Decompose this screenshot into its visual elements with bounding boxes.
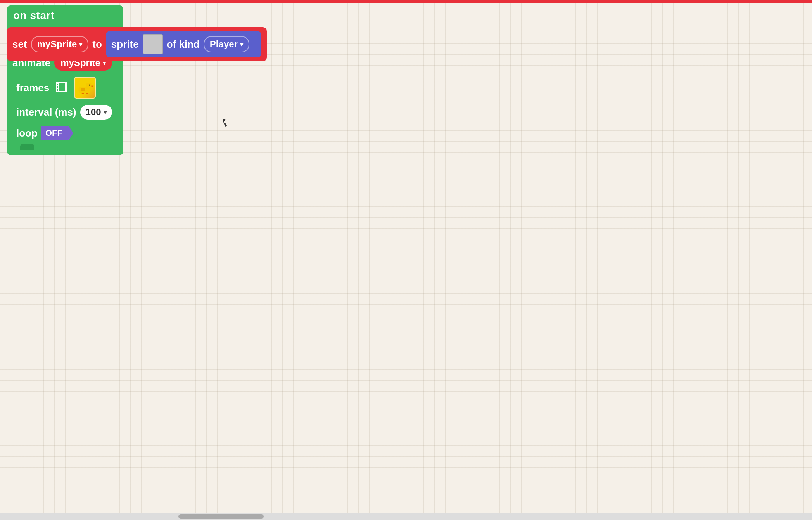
sprite-image-button[interactable] <box>143 34 163 54</box>
svg-rect-5 <box>79 88 81 91</box>
set-sprite-block: set mySprite ▾ to sprite of kind Player … <box>7 27 267 61</box>
svg-rect-7 <box>86 93 88 94</box>
on-start-block: on start set mySprite ▾ to sprite of kin… <box>7 5 123 155</box>
svg-rect-4 <box>81 88 85 91</box>
player-kind-dropdown[interactable]: Player ▾ <box>204 36 249 52</box>
loop-off-label: OFF <box>45 128 62 138</box>
set-label: set <box>12 38 27 50</box>
svg-rect-3 <box>92 86 94 87</box>
bottom-connector-nub <box>20 144 34 150</box>
interval-row: interval (ms) 100 ▾ <box>12 105 118 120</box>
mouse-cursor <box>223 119 229 127</box>
svg-rect-1 <box>86 83 92 89</box>
film-icon: 🎞 <box>55 81 68 95</box>
loop-label: loop <box>16 127 38 139</box>
duck-sprite-icon <box>76 79 93 96</box>
sprite-label: sprite <box>111 38 139 50</box>
frames-row: frames 🎞 <box>12 77 118 99</box>
sprite-thumbnail[interactable] <box>74 77 96 99</box>
interval-value-dropdown[interactable]: 100 ▾ <box>80 105 112 120</box>
to-label: to <box>92 38 102 50</box>
horizontal-scrollbar[interactable] <box>0 513 812 520</box>
sprite-var-arrow-icon: ▾ <box>79 41 82 48</box>
player-arrow-icon: ▾ <box>240 41 243 48</box>
scrollbar-thumb[interactable] <box>178 514 264 519</box>
sprite-kind-block: sprite of kind Player ▾ <box>106 31 261 57</box>
of-kind-label: of kind <box>167 38 200 50</box>
interval-arrow-icon: ▾ <box>104 109 107 116</box>
frames-label: frames <box>16 82 49 94</box>
player-label: Player <box>210 39 238 50</box>
svg-rect-2 <box>89 85 90 86</box>
interval-value: 100 <box>86 107 101 118</box>
film-icon-button[interactable]: 🎞 <box>53 79 70 96</box>
loop-toggle[interactable]: OFF <box>41 126 73 140</box>
on-start-label: on start <box>13 9 55 21</box>
interval-label: interval (ms) <box>16 106 76 118</box>
blocks-workspace: on start set mySprite ▾ to sprite of kin… <box>7 5 123 155</box>
on-start-header: on start <box>7 5 123 25</box>
my-sprite-dropdown[interactable]: mySprite ▾ <box>31 36 89 52</box>
loop-row: loop OFF <box>12 126 118 140</box>
top-border <box>0 0 812 3</box>
svg-rect-6 <box>82 93 84 94</box>
sprite-var-label: mySprite <box>37 39 77 50</box>
